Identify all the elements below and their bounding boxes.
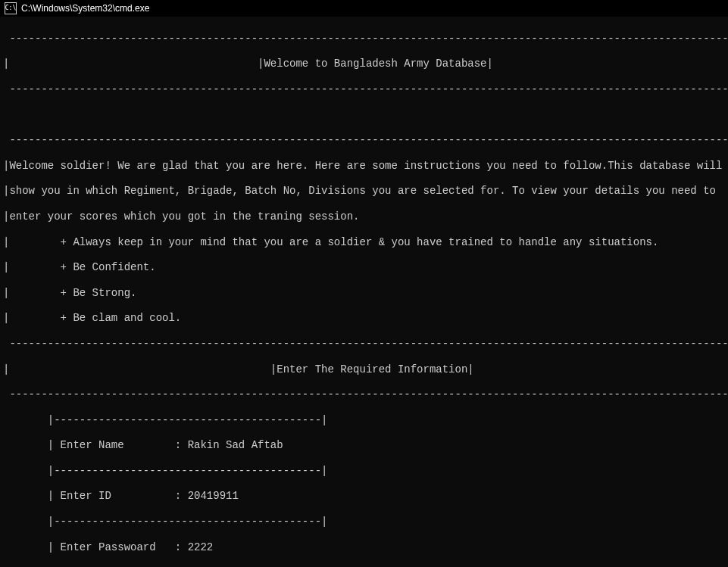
header-dash-bottom: ----------------------------------------…	[3, 83, 725, 96]
intro-dash-top: ----------------------------------------…	[3, 134, 725, 147]
form-dash-2: |---------------------------------------…	[3, 465, 725, 478]
intro-line-3: |enter your scores which you got in the …	[3, 210, 725, 223]
cmd-icon: C:\	[5, 2, 17, 14]
intro-bullet-2: | + Be Confident. |	[3, 261, 725, 274]
intro-bullet-3: | + Be Strong. |	[3, 287, 725, 300]
header-welcome: | |Welcome to Bangladesh Army Database| …	[3, 58, 725, 70]
window-title: C:\Windows\System32\cmd.exe	[21, 3, 149, 14]
section-enter-info: | |Enter The Required Information| |	[3, 363, 725, 376]
form-dash-3: |---------------------------------------…	[3, 516, 725, 528]
terminal-output[interactable]: ----------------------------------------…	[0, 17, 728, 567]
header-dash-top: ----------------------------------------…	[3, 33, 725, 45]
section-dash: ----------------------------------------…	[3, 388, 725, 401]
form-dash-1: |---------------------------------------…	[3, 414, 725, 427]
form-name: | Enter Name : Rakin Sad Aftab	[3, 439, 725, 452]
intro-line-2: |show you in which Regiment, Brigade, Ba…	[3, 185, 725, 198]
blank-line	[3, 109, 725, 122]
intro-dash-bottom: ----------------------------------------…	[3, 338, 725, 350]
intro-bullet-1: | + Always keep in your mind that you ar…	[3, 236, 725, 249]
intro-bullet-4: | + Be clam and cool. |	[3, 312, 725, 325]
window-titlebar: C:\ C:\Windows\System32\cmd.exe	[0, 0, 728, 17]
form-password: | Enter Passwoard : 2222	[3, 541, 725, 554]
form-id: | Enter ID : 20419911	[3, 490, 725, 503]
intro-line-1: |Welcome soldier! We are glad that you a…	[3, 160, 725, 173]
